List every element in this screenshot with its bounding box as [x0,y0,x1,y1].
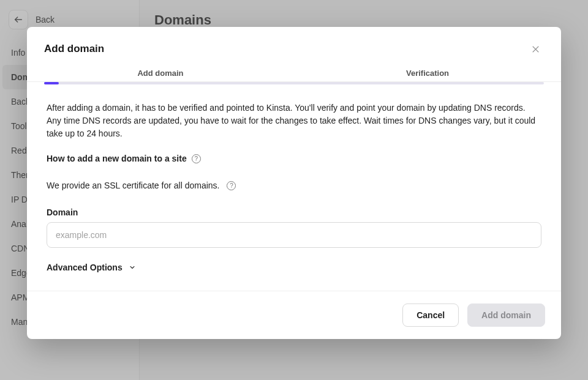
ssl-text: We provide an SSL certificate for all do… [47,181,219,190]
modal-description: After adding a domain, it has to be veri… [47,102,541,140]
step-label: Add domain [137,69,183,78]
domain-input[interactable] [47,222,541,248]
modal-body: After adding a domain, it has to be veri… [27,84,561,291]
modal-title: Add domain [44,43,104,55]
howto-link[interactable]: How to add a new domain to a site ? [47,154,541,163]
step-label: Verification [406,69,449,78]
close-button[interactable] [527,40,544,58]
modal-footer: Cancel Add domain [27,291,561,339]
modal-header: Add domain [27,27,561,69]
step-add-domain: Add domain [27,69,294,81]
cancel-label: Cancel [417,310,445,320]
progress-fill [44,82,59,84]
howto-link-text: How to add a new domain to a site [47,154,187,163]
advanced-options-toggle[interactable]: Advanced Options [47,263,541,272]
close-icon [531,45,540,54]
advanced-label: Advanced Options [47,263,123,272]
help-icon: ? [192,154,201,163]
help-icon[interactable]: ? [227,181,236,190]
chevron-down-icon [129,264,136,271]
step-indicator: Add domain Verification [27,69,561,82]
ssl-info: We provide an SSL certificate for all do… [47,181,541,190]
submit-label: Add domain [481,310,531,320]
cancel-button[interactable]: Cancel [402,304,459,327]
modal-overlay[interactable]: Add domain Add domain Verification After… [0,0,588,380]
add-domain-modal: Add domain Add domain Verification After… [27,27,561,339]
add-domain-button[interactable]: Add domain [467,304,545,327]
domain-label: Domain [47,207,541,217]
progress-track [44,82,544,84]
step-verification: Verification [294,69,561,81]
